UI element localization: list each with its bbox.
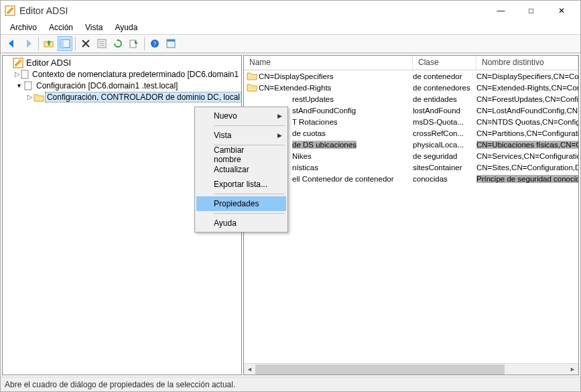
list-body: CN=DisplaySpecifiers de contenedor CN=Di… [244,70,578,363]
show-tree-button[interactable] [58,36,72,51]
tree-root-label: Editor ADSI [25,58,72,68]
tree-node-naming-context[interactable]: ▷ Contexto de nomenclatura predeterminad… [3,68,241,80]
column-header-dn[interactable]: Nombre distintivo [476,56,578,70]
options-button[interactable] [164,36,178,51]
statusbar: Abre el cuadro de diálogo de propiedades… [1,377,580,391]
maximize-button[interactable]: □ [516,1,546,20]
tree-node-configuration-dc[interactable]: ▷ Configuración, CONTROLADOR de dominio … [3,91,241,103]
tree-root-node[interactable]: Editor ADSI [3,57,241,68]
adsi-icon [13,58,23,68]
ctx-label: Propiedades [214,199,259,208]
cell-name: ell Contenedor de contenedor [292,175,394,183]
cell-dn: CN=ForestUpdates,CN=Configu [476,95,578,103]
list-row[interactable]: nísticas sitesContainer CN=Sites,CN=Conf… [244,161,578,173]
scroll-right-button[interactable]: ► [567,365,578,375]
list-row[interactable]: restUpdates de entidades CN=ForestUpdate… [244,93,578,105]
menu-archivo[interactable]: Archivo [5,21,42,34]
ctx-label: Actualizar [214,165,249,174]
ctx-ayuda[interactable]: Ayuda [196,216,286,231]
close-button[interactable]: ✕ [546,1,576,20]
up-folder-button[interactable] [42,36,56,51]
column-header-name[interactable]: Name [244,56,413,70]
ctx-label: Ayuda [214,218,237,228]
list-row[interactable]: Nikes de seguridad CN=Services,CN=Config… [244,150,578,161]
cell-dn: CN=Partitions,CN=Configuratio [476,129,578,137]
menu-ayuda[interactable]: Ayuda [110,21,143,34]
ctx-nuevo[interactable]: Nuevo ▶ [196,109,286,123]
main-split: Editor ADSI ▷ Contexto de nomenclatura p… [1,53,580,377]
cell-clase: crossRefCon... [413,129,464,137]
cell-clase: msDS-Quota... [413,118,464,126]
list-row[interactable]: CN=Extended-Rights de contenedores CN=Ex… [244,82,578,93]
list-pane[interactable]: Name Clase Nombre distintivo CN=DisplayS… [243,55,579,375]
ctx-exportar-lista[interactable]: Exportar lista... [196,177,286,192]
menu-vista[interactable]: Vista [80,21,108,34]
minimize-button[interactable]: — [486,1,516,20]
list-row[interactable]: stAndFoundConfig lostAndFound CN=LostAnd… [244,105,578,116]
cell-dn: CN=LostAndFoundConfig,CN=C [476,107,578,115]
toolbar-separator [144,37,145,50]
ctx-cambiar-nombre[interactable]: Cambiar nombre [196,147,286,162]
list-row[interactable]: de DS ubicaciones physicalLoca... CN=Ubi… [244,139,578,150]
cell-name: Nikes [292,152,312,160]
horizontal-scrollbar[interactable]: ◄ ► [244,363,578,375]
list-row[interactable]: ell Contenedor de contenedor conocidas P… [244,173,578,184]
list-row[interactable]: CN=DisplaySpecifiers de contenedor CN=Di… [244,70,578,82]
tree-node-configuration[interactable]: ▾ Configuración [DC6.domain1 .test.local… [3,80,241,91]
window-controls: — □ ✕ [486,1,576,20]
scroll-thumb[interactable] [255,365,505,375]
ctx-separator [214,125,285,126]
document-icon [20,69,29,80]
cell-name: CN=DisplaySpecifiers [259,72,334,80]
svg-text:?: ? [153,40,157,48]
folder-icon [34,92,44,103]
scroll-left-button[interactable]: ◄ [244,365,255,375]
document-icon [23,80,34,91]
menu-accion[interactable]: Acción [44,21,78,34]
column-header-clase[interactable]: Clase [413,56,476,70]
cell-dn: Príncipe de seguridad conocido [476,175,578,183]
cell-name: CN=Extended-Rights [259,84,331,92]
cell-clase: sitesContainer [413,164,462,172]
cell-clase: physicalLoca... [413,141,464,149]
tree-node-label: Configuración [DC6.domain1 .test.local] [35,81,179,90]
cell-clase: de entidades [413,95,457,103]
list-row[interactable]: de cuotas crossRefCon... CN=Partitions,C… [244,127,578,139]
tree-expand-icon[interactable]: ▷ [27,93,34,101]
refresh-button[interactable] [111,36,125,51]
ctx-actualizar[interactable]: Actualizar [196,162,286,177]
export-button[interactable] [127,36,141,51]
list-header: Name Clase Nombre distintivo [244,56,578,70]
submenu-arrow-icon: ▶ [277,132,282,139]
svg-rect-15 [25,82,31,90]
cell-clase: conocidas [413,175,448,183]
statusbar-text: Abre el cuadro de diálogo de propiedades… [5,380,235,389]
cell-name: stAndFoundConfig [292,107,356,115]
submenu-arrow-icon: ▶ [277,113,282,119]
app-icon [5,5,15,16]
ctx-vista[interactable]: Vista ▶ [196,128,286,143]
cell-name: nísticas [292,164,318,172]
list-row[interactable]: T Rotaciones msDS-Quota... CN=NTDS Quota… [244,116,578,127]
cell-dn: CN=Extended-Rights,CN=Config [476,84,578,92]
tree-node-label: Contexto de nomenclatura predeterminado … [31,70,242,79]
back-button[interactable] [5,36,19,51]
ctx-label: Nuevo [214,111,237,121]
toolbar-separator [38,37,39,50]
help-button[interactable]: ? [147,36,162,51]
cell-clase: de contenedor [413,72,462,80]
scroll-track[interactable] [255,365,567,375]
ctx-propiedades[interactable]: Propiedades [196,196,286,211]
cell-name: T Rotaciones [292,118,338,126]
properties-button[interactable] [94,36,109,51]
delete-button[interactable] [78,36,93,51]
cell-dn: CN=DisplaySpecifiers,CN=Confi [476,72,578,80]
folder-icon [247,71,257,82]
forward-button[interactable] [21,36,36,51]
svg-rect-14 [21,70,28,78]
cell-clase: lostAndFound [413,107,460,115]
tree-collapse-icon[interactable]: ▾ [15,82,23,89]
titlebar: Editor ADSI — □ ✕ [1,1,580,21]
tree-expand-icon[interactable]: ▷ [15,70,20,78]
ctx-label: Cambiar nombre [214,145,273,164]
